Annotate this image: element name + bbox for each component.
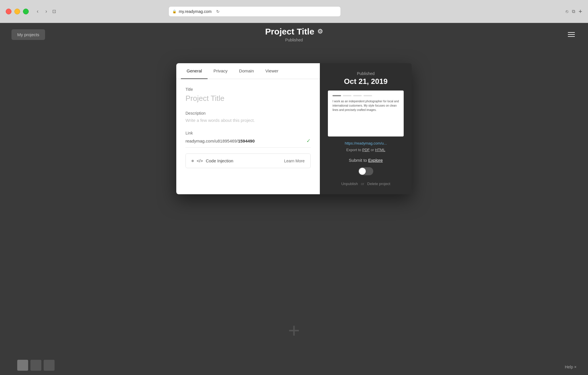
preview-nav-2 [343,95,351,96]
hamburger-line-1 [568,32,575,33]
delete-project-link[interactable]: Delete project [367,182,390,186]
code-injection-box: </> Code Injection Learn More [185,153,311,168]
title-input[interactable]: Project Title [185,94,311,103]
modal-overlay: General Privacy Domain Viewer Title Proj… [0,46,588,375]
project-status: Published [265,38,323,42]
forward-button[interactable]: › [43,7,49,16]
browser-chrome: ‹ › ⊡ 🔒 my.readymag.com ↻ ⎋ ⧉ + [0,0,588,23]
site-url-link[interactable]: https://readymag.com/u... [328,141,404,145]
export-text: Export to PDF or HTML [328,148,404,152]
project-title: Project Title ⚙ [265,27,323,36]
code-injection-label: Code Injection [206,158,233,163]
minimize-button[interactable] [14,9,20,14]
settings-icon[interactable]: ⚙ [317,28,323,35]
link-label: Link [185,131,311,135]
panel-body: Title Project Title Description Write a … [176,79,320,176]
link-section: Link readymag.com/u81895469/1594490 ✓ [185,131,311,148]
action-separator: or [361,182,364,186]
toggle-thumb [359,168,366,175]
explore-link[interactable]: Explore [368,158,383,163]
new-tab-button[interactable]: + [579,8,582,15]
export-html-link[interactable]: HTML [375,148,385,152]
pip-button[interactable]: ⧉ [572,9,575,14]
lock-icon: 🔒 [172,9,177,14]
site-preview: I work as an independent photographer fo… [328,91,404,136]
back-button[interactable]: ‹ [34,7,41,16]
description-input[interactable]: Write a few words about this project. [185,118,311,123]
description-label: Description [185,111,311,116]
preview-nav-1 [332,95,341,96]
browser-actions: ⎋ ⧉ + [566,8,582,15]
nav-buttons: ‹ › [34,7,49,16]
project-title-text: Project Title [265,27,314,36]
preview-nav-3 [353,95,362,96]
link-slug: 1594490 [238,139,255,143]
tab-viewer[interactable]: Viewer [260,63,284,79]
code-injection-left: </> Code Injection [192,158,233,163]
unpublish-link[interactable]: Unpublish [341,182,358,186]
explore-toggle[interactable] [358,167,373,175]
hamburger-line-3 [568,36,575,37]
export-pdf-link[interactable]: PDF [362,148,370,152]
preview-header [332,95,399,96]
hamburger-menu-button[interactable] [566,30,577,39]
code-dot [192,160,194,162]
code-icon: </> [197,158,203,163]
published-settings-panel: Published Oct 21, 2019 I work as an inde… [320,63,412,194]
preview-text: I work as an independent photographer fo… [332,99,399,112]
settings-modal: General Privacy Domain Viewer Title Proj… [176,63,412,194]
top-bar: My projects Project Title ⚙ Published [0,23,588,46]
learn-more-button[interactable]: Learn More [284,159,305,163]
close-button[interactable] [6,9,11,14]
fullscreen-button[interactable] [23,9,29,14]
app-window: My projects Project Title ⚙ Published + … [0,23,588,375]
my-projects-button[interactable]: My projects [11,29,45,40]
traffic-lights [6,9,29,14]
explore-toggle-container [328,167,404,175]
export-label: Export to [346,148,361,152]
submit-text: Submit to [349,158,367,163]
submit-section: Submit to Explore [328,158,404,163]
sidebar-button[interactable]: ⊡ [52,9,56,14]
link-value: readymag.com/u81895469/1594490 ✓ [185,138,311,148]
link-valid-icon: ✓ [306,138,311,144]
hamburger-line-2 [568,34,575,35]
address-bar[interactable]: 🔒 my.readymag.com ↻ [169,6,341,17]
preview-nav-4 [363,95,372,96]
submit-label: Submit to Explore [328,158,404,163]
title-label: Title [185,87,311,92]
share-button[interactable]: ⎋ [566,9,568,14]
link-text[interactable]: readymag.com/u81895469/1594490 [185,139,255,143]
tab-bar: General Privacy Domain Viewer [176,63,320,79]
published-date: Oct 21, 2019 [328,77,404,86]
tab-domain[interactable]: Domain [233,63,260,79]
url-text: my.readymag.com [179,9,212,14]
reload-button[interactable]: ↻ [216,9,220,14]
project-title-area: Project Title ⚙ Published [265,27,323,42]
export-or: or [371,148,374,152]
tab-general[interactable]: General [181,63,208,79]
link-base: readymag.com/u81895469/ [185,139,238,143]
published-label: Published [328,71,404,76]
tab-privacy[interactable]: Privacy [208,63,233,79]
action-links: Unpublish or Delete project [328,181,404,186]
general-settings-panel: General Privacy Domain Viewer Title Proj… [176,63,320,194]
